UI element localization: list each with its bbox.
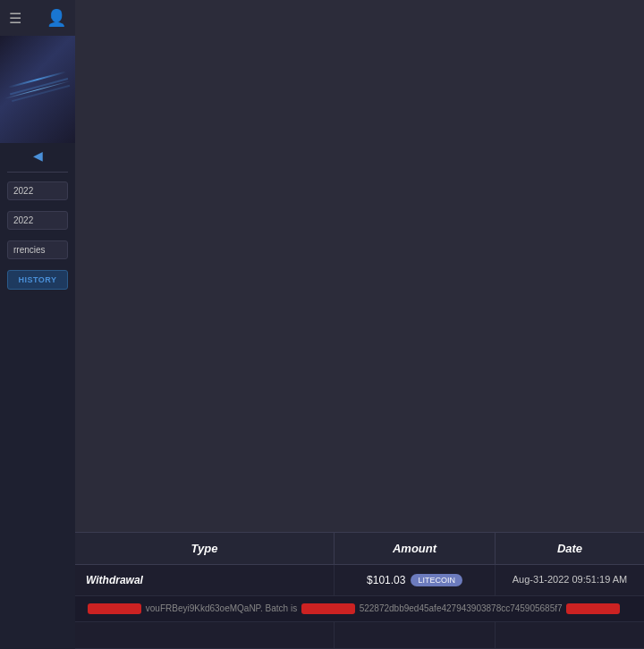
transaction-amount: $101.03 LITECOIN <box>335 565 496 595</box>
hash-text: vouFRBeyi9Kkd63oeMQaNP. Batch is 522872d… <box>86 603 622 614</box>
sidebar: ☰ 👤 ◀ 2022 2022 rrencies HISTORY <box>0 0 75 649</box>
sidebar-arrow[interactable]: ◀ <box>0 143 75 168</box>
sidebar-currencies-item: rrencies <box>0 235 75 265</box>
table-header-row: Type Amount Date <box>75 533 644 565</box>
sidebar-divider <box>7 172 67 173</box>
transaction-date: Aug-31-2022 09:51:19 AM <box>496 565 644 595</box>
sidebar-currencies[interactable]: rrencies <box>7 240 68 259</box>
empty-type <box>75 622 335 648</box>
table-row: Withdrawal $101.03 LITECOIN Aug-31-2022 … <box>75 565 644 596</box>
user-icon[interactable]: 👤 <box>47 8 66 28</box>
sidebar-image <box>0 36 75 143</box>
empty-amount <box>335 622 496 648</box>
main-top-area <box>75 0 644 532</box>
table-header-type: Type <box>75 533 335 564</box>
currency-badge: LITECOIN <box>411 574 462 586</box>
amount-value: $101.03 <box>367 574 405 586</box>
sidebar-date-start-item: 2022 <box>0 176 75 206</box>
app-container: ☰ 👤 ◀ 2022 2022 rrencies HISTORY Type Am… <box>0 0 644 649</box>
redacted-suffix <box>566 603 620 614</box>
hash-value: 522872dbb9ed45afe427943903878cc745905685… <box>360 603 563 613</box>
sidebar-top-bar: ☰ 👤 <box>0 0 75 36</box>
hamburger-icon[interactable]: ☰ <box>9 10 21 27</box>
empty-date <box>496 622 644 648</box>
table-header-date: Date <box>496 533 644 564</box>
hash-row: vouFRBeyi9Kkd63oeMQaNP. Batch is 522872d… <box>75 596 644 622</box>
sidebar-date-end-item: 2022 <box>0 206 75 235</box>
sidebar-date-start[interactable]: 2022 <box>7 181 68 200</box>
hash-label: vouFRBeyi9Kkd63oeMQaNP. Batch is <box>146 603 300 613</box>
table-row-empty <box>75 622 644 649</box>
main-content: Type Amount Date Withdrawal $101.03 LITE… <box>75 0 644 649</box>
table-header-amount: Amount <box>335 533 496 564</box>
transaction-table: Type Amount Date Withdrawal $101.03 LITE… <box>75 532 644 649</box>
redacted-middle <box>301 603 355 614</box>
sidebar-history-item[interactable]: HISTORY <box>0 265 75 295</box>
transaction-type: Withdrawal <box>75 565 335 595</box>
redacted-prefix <box>88 603 141 614</box>
sidebar-date-end[interactable]: 2022 <box>7 211 68 230</box>
history-button[interactable]: HISTORY <box>7 270 68 290</box>
